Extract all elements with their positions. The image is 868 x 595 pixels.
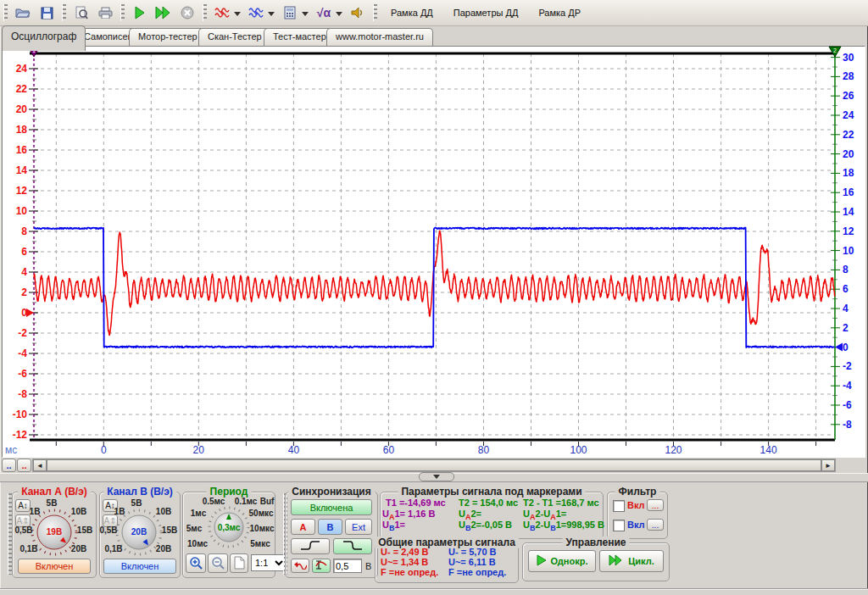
sync-source-ext-button[interactable]: Ext <box>345 519 372 535</box>
scroll-right-arrow[interactable]: ► <box>821 459 835 471</box>
falling-edge-icon <box>342 540 364 553</box>
cycle-run-button[interactable]: Цикл. <box>599 550 664 572</box>
toolbar-grip[interactable] <box>62 4 66 21</box>
svg-text:60: 60 <box>383 444 395 456</box>
scale-label: 0,1В <box>19 544 37 553</box>
svg-text:-2: -2 <box>843 360 852 372</box>
menu-parametry-dd[interactable]: Параметры ДД <box>443 4 529 21</box>
menu-ramka-dd[interactable]: Рамка ДД <box>381 4 443 21</box>
channel-a-signal-dropdown[interactable] <box>234 12 241 19</box>
filter-a-more-button[interactable]: ... <box>647 499 664 511</box>
sync-level-input[interactable] <box>333 559 362 573</box>
marker2-jump-button[interactable]: .. <box>17 459 31 472</box>
print-button[interactable] <box>93 2 117 24</box>
svg-text:16: 16 <box>16 144 28 156</box>
filter-b-checkbox[interactable] <box>613 520 625 531</box>
channel-b-power-button[interactable]: Включен <box>103 559 176 574</box>
start-cycle-button[interactable] <box>152 2 175 24</box>
rising-edge-button[interactable] <box>291 538 330 554</box>
svg-text:2: 2 <box>843 322 849 334</box>
channel-b-freq-value: F =не опред. <box>448 567 506 578</box>
filter-b-more-button[interactable]: ... <box>647 519 664 531</box>
svg-text:22: 22 <box>843 129 854 141</box>
zoom-out-button[interactable] <box>208 553 228 573</box>
toolbar-grip[interactable] <box>3 4 8 21</box>
svg-text:10: 10 <box>16 205 28 217</box>
bottom-strip <box>0 588 868 595</box>
toolbar-grip[interactable] <box>203 4 207 21</box>
stop-button[interactable] <box>175 2 199 24</box>
falling-edge-button[interactable] <box>333 538 372 554</box>
svg-text:120: 120 <box>665 444 682 456</box>
svg-text:8: 8 <box>21 225 27 237</box>
calculator-dropdown[interactable] <box>302 12 309 19</box>
scale-label: 0,5В <box>14 525 32 535</box>
marker1-jump-button[interactable]: .. <box>2 459 16 472</box>
svg-text:0: 0 <box>843 342 849 353</box>
zoom-in-icon <box>189 556 203 571</box>
period-knob[interactable]: 0,3мс <box>207 505 251 549</box>
stop-icon <box>181 6 194 19</box>
ub2-value: UB2=-0,05 В <box>459 520 512 534</box>
toolbar-grip[interactable] <box>373 4 377 21</box>
channel-a-panel: Канал А (В/э) A↕ A⇕ 19В 5В 10В 15В 20В 1… <box>12 492 97 578</box>
toolbar-grip[interactable] <box>120 4 125 21</box>
scale-label: 50мкс <box>249 509 274 518</box>
play-icon <box>134 6 146 19</box>
scale-label: 0,5В <box>99 525 117 535</box>
channel-a-power-button[interactable]: Включен <box>18 559 91 574</box>
preview-button[interactable] <box>70 2 93 24</box>
svg-text:24: 24 <box>843 109 854 121</box>
menu-ramka-dr[interactable]: Рамка ДР <box>528 4 591 21</box>
red-dots-icon: .. <box>21 460 26 470</box>
scroll-thumb[interactable] <box>47 459 821 471</box>
sync-source-b-button[interactable]: В <box>318 519 342 535</box>
sound-button[interactable] <box>346 2 370 24</box>
channel-a-signal-button[interactable] <box>210 2 234 24</box>
auto-level-button[interactable] <box>291 559 309 573</box>
svg-text:8: 8 <box>843 264 849 275</box>
single-run-button[interactable]: Однокр. <box>528 550 596 572</box>
new-page-button[interactable] <box>230 553 248 573</box>
sync-source-a-button[interactable]: А <box>291 519 315 535</box>
svg-text:-4: -4 <box>843 380 852 392</box>
dub-value: UB2-UB1=998,95 В <box>523 520 604 534</box>
double-play-icon <box>155 6 172 19</box>
tab-oscillograf[interactable]: Осциллограф <box>2 25 86 51</box>
horizontal-scrollbar[interactable]: ◄ ► <box>32 459 836 472</box>
x-axis: 020406080100120140мс <box>5 442 816 456</box>
channel-b-signal-dropdown[interactable] <box>268 12 275 19</box>
scale-label: 15В <box>162 525 177 535</box>
math-button[interactable]: √α <box>312 2 336 24</box>
period-panel: Период 0,3мс 0.5мс 0.1мс Buf 1мс 50мкс 5… <box>182 492 275 578</box>
open-button[interactable] <box>11 2 35 24</box>
zoom-ratio-select[interactable]: 1:1 <box>251 554 287 571</box>
level-marker-button[interactable] <box>312 559 331 573</box>
svg-text:-8: -8 <box>18 388 27 400</box>
sqrt-alpha-icon: √α <box>317 6 331 19</box>
folder-open-icon <box>15 7 31 19</box>
scroll-left-arrow[interactable]: ◄ <box>33 459 47 471</box>
svg-text:14: 14 <box>16 164 28 176</box>
svg-text:4: 4 <box>21 266 27 278</box>
svg-text:18: 18 <box>843 167 854 179</box>
math-dropdown[interactable] <box>336 12 342 19</box>
double-play-icon <box>609 554 624 568</box>
ub1-value: UB1= <box>382 520 405 534</box>
oscilloscope-plot[interactable]: -12-10-8-6-4-2024681012141618202224-8-6-… <box>0 46 868 458</box>
channel-b-knob-value: 20В <box>131 527 147 537</box>
calculator-button[interactable] <box>278 2 302 24</box>
zoom-in-button[interactable] <box>186 553 206 573</box>
sync-enabled-button[interactable]: Включена <box>291 499 372 515</box>
marker2-handle[interactable]: 2 <box>829 47 841 57</box>
channel-b-signal-button[interactable] <box>244 2 268 24</box>
scale-label: 10В <box>156 507 171 516</box>
period-knob-value: 0,3мс <box>218 523 241 532</box>
svg-text:2: 2 <box>833 47 837 53</box>
filter-a-checkbox[interactable] <box>613 500 625 512</box>
splitter-handle[interactable] <box>419 472 454 481</box>
control-title: Управление <box>563 537 630 548</box>
save-button[interactable] <box>35 2 58 24</box>
start-button[interactable] <box>128 2 152 24</box>
svg-text:0: 0 <box>101 444 107 456</box>
